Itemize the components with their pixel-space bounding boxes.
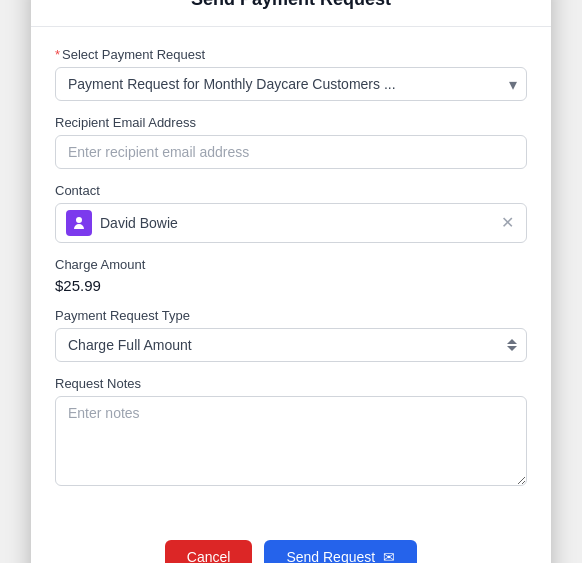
- charge-amount-label: Charge Amount: [55, 257, 527, 272]
- contact-avatar: [66, 210, 92, 236]
- payment-request-type-group: Payment Request Type Charge Full Amount …: [55, 308, 527, 362]
- required-indicator: *: [55, 47, 60, 62]
- contact-field: David Bowie ✕: [55, 203, 527, 243]
- recipient-email-label: Recipient Email Address: [55, 115, 527, 130]
- modal-header: Send Payment Request: [31, 0, 551, 27]
- request-notes-textarea[interactable]: [55, 396, 527, 486]
- recipient-email-group: Recipient Email Address: [55, 115, 527, 169]
- send-payment-request-modal: Send Payment Request *Select Payment Req…: [31, 0, 551, 563]
- select-payment-request-group: *Select Payment Request Payment Request …: [55, 47, 527, 101]
- send-request-label: Send Request: [286, 549, 375, 563]
- payment-request-select[interactable]: Payment Request for Monthly Daycare Cust…: [55, 67, 527, 101]
- send-icon: ✉: [383, 549, 395, 563]
- contact-group: Contact David Bowie ✕: [55, 183, 527, 243]
- payment-request-type-label: Payment Request Type: [55, 308, 527, 323]
- request-notes-group: Request Notes: [55, 376, 527, 490]
- modal-body: *Select Payment Request Payment Request …: [31, 27, 551, 524]
- charge-amount-value: $25.99: [55, 277, 527, 294]
- modal-overlay: Send Payment Request *Select Payment Req…: [0, 0, 582, 563]
- person-icon: [71, 215, 87, 231]
- request-notes-label: Request Notes: [55, 376, 527, 391]
- modal-footer: Cancel Send Request ✉: [31, 524, 551, 563]
- clear-contact-button[interactable]: ✕: [499, 213, 516, 233]
- payment-request-type-select[interactable]: Charge Full Amount Partial Amount: [55, 328, 527, 362]
- charge-amount-group: Charge Amount $25.99: [55, 257, 527, 294]
- select-payment-request-label: *Select Payment Request: [55, 47, 527, 62]
- contact-name: David Bowie: [100, 215, 499, 231]
- recipient-email-input[interactable]: [55, 135, 527, 169]
- send-request-button[interactable]: Send Request ✉: [264, 540, 417, 563]
- modal-title: Send Payment Request: [55, 0, 527, 10]
- cancel-button[interactable]: Cancel: [165, 540, 253, 563]
- payment-request-type-select-wrapper: Charge Full Amount Partial Amount: [55, 328, 527, 362]
- payment-request-select-wrapper: Payment Request for Monthly Daycare Cust…: [55, 67, 527, 101]
- contact-label: Contact: [55, 183, 527, 198]
